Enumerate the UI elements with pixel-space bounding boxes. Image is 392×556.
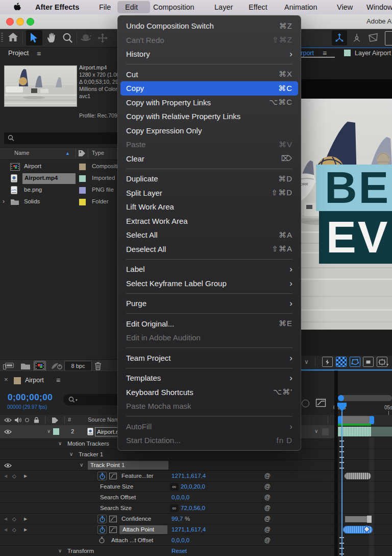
stopwatch-icon[interactable]	[97, 525, 107, 534]
collapse-chevron-icon[interactable]: ∨	[80, 460, 83, 470]
eye-icon[interactable]	[4, 463, 12, 468]
menu-item-team-project[interactable]: Team Project›	[120, 351, 298, 365]
property-row-confidence[interactable]: ◀ ◇ ▶ Confidence 99,7 % @	[0, 514, 392, 524]
file-name[interactable]: be.png	[24, 187, 42, 193]
apple-logo-icon[interactable]	[14, 3, 21, 12]
menu-item-split-layer[interactable]: Split Layer⇧⌘D	[120, 186, 298, 200]
property-label[interactable]: Attach Point	[122, 524, 154, 535]
new-composition-icon[interactable]	[34, 361, 46, 371]
group-label[interactable]: Track Point 1	[90, 460, 125, 470]
label-color-swatch[interactable]	[79, 187, 86, 194]
menubar-animation[interactable]: Animation	[284, 0, 317, 14]
menubar-file[interactable]: File	[99, 0, 111, 14]
next-keyframe-icon[interactable]: ▶	[24, 524, 27, 535]
zoom-tool-icon[interactable]	[62, 32, 74, 44]
layer-eye-icon[interactable]	[4, 429, 12, 434]
collapse-chevron-icon[interactable]: ∨	[69, 449, 73, 459]
property-value[interactable]: 99,7	[172, 514, 183, 524]
prev-keyframe-icon[interactable]: ◀	[4, 471, 7, 481]
fast-previews-icon[interactable]	[322, 357, 333, 367]
title-overlay-line1[interactable]: BE	[316, 165, 392, 211]
label-column-tag-icon[interactable]	[78, 150, 86, 157]
menu-item-purge[interactable]: Purge›	[120, 296, 298, 311]
work-area-end-handle[interactable]	[370, 416, 374, 424]
layer-expand-chevron-icon[interactable]: ∨	[47, 428, 51, 434]
property-value[interactable]: 0,0,0,0	[172, 535, 189, 545]
pan-camera-tool-icon[interactable]	[96, 32, 109, 44]
file-row-airport-comp[interactable]: Airport Composition	[0, 161, 122, 173]
graph-editor-icon[interactable]	[315, 398, 326, 408]
menu-item-copy-expression-only[interactable]: Copy Expression Only	[120, 124, 298, 138]
pick-whip-icon[interactable]: @	[264, 492, 271, 503]
timeline-tab[interactable]: Airport	[25, 377, 44, 384]
menu-item-templates[interactable]: Templates›	[120, 371, 298, 385]
toolbar-drag-handle[interactable]	[1, 33, 3, 43]
lock-icon[interactable]	[34, 417, 39, 423]
stopwatch-icon[interactable]	[97, 472, 107, 480]
project-flowchart-icon[interactable]	[3, 362, 14, 370]
add-keyframe-icon[interactable]: ◇	[12, 514, 16, 524]
group-row-transform[interactable]: ∨ Transform Reset	[0, 546, 392, 556]
project-search-input[interactable]	[4, 132, 118, 144]
menubar-app-name[interactable]: After Effects	[35, 0, 79, 14]
pick-whip-icon[interactable]: @	[264, 524, 271, 535]
property-row-search-offset[interactable]: Search Offset 0,0,0,0 @	[0, 492, 392, 503]
sort-ascending-icon[interactable]: ▲	[65, 151, 70, 156]
viewer-options-chevron-icon[interactable]: ∨	[304, 358, 309, 365]
next-keyframe-icon[interactable]: ▶	[24, 471, 27, 481]
property-label[interactable]: Search Size	[100, 503, 132, 513]
search-options-caret-icon[interactable]: ▾	[76, 398, 78, 402]
new-folder-icon[interactable]	[20, 362, 31, 370]
timeline-search-input[interactable]: ▾	[63, 394, 121, 405]
collapse-chevron-icon[interactable]: ∨	[58, 546, 62, 556]
audio-speaker-icon[interactable]	[14, 417, 21, 423]
label-color-swatch[interactable]	[79, 199, 86, 205]
stopwatch-icon[interactable]	[97, 515, 107, 523]
property-value[interactable]: 1271,1,617,4	[172, 524, 206, 535]
parent-link-chevron-icon[interactable]: ∨	[314, 428, 318, 434]
property-label[interactable]: Feature Size	[100, 481, 133, 492]
graph-icon[interactable]	[109, 516, 117, 522]
project-tab[interactable]: Project	[8, 49, 29, 57]
file-name[interactable]: Solids	[24, 198, 40, 204]
world-axis-mode-button[interactable]	[349, 30, 364, 45]
menu-item-cut[interactable]: Cut⌘X	[120, 67, 298, 82]
menu-item-clear[interactable]: Clear⌦	[120, 152, 298, 166]
menu-item-copy-with-relative-property-links[interactable]: Copy with Relative Property Links	[120, 109, 298, 124]
pick-whip-icon[interactable]: @	[264, 514, 271, 524]
add-keyframe-icon[interactable]: ◇	[12, 471, 16, 481]
view-axis-mode-button[interactable]	[365, 30, 381, 45]
expand-arrow-icon[interactable]: ›	[3, 198, 5, 205]
menu-item-deselect-all[interactable]: Deselect All⇧⌘A	[120, 242, 298, 257]
group-row-track-point-1[interactable]: ∨ Track Point 1	[0, 460, 392, 471]
group-row-tracker-1[interactable]: ∨ Tracker 1	[0, 449, 392, 460]
graph-icon[interactable]	[109, 473, 117, 479]
menu-item-select-keyframe-label-group[interactable]: Select Keyframe Label Group›	[120, 276, 298, 291]
group-label[interactable]: Motion Trackers	[67, 438, 109, 449]
playhead-line[interactable]	[341, 403, 342, 556]
layer-duration-bar[interactable]	[338, 427, 371, 436]
viewer-tab-menu-icon[interactable]: ≡	[323, 49, 327, 57]
menubar-view[interactable]: View	[337, 0, 353, 14]
menu-item-edit-original[interactable]: Edit Original...⌘E	[120, 317, 298, 331]
property-row-attach-point[interactable]: ◀ ◇ ▶ Attach Point 1271,1,617,4 @	[0, 524, 392, 535]
keyframe-summary-bar[interactable]	[345, 473, 371, 479]
pick-whip-icon[interactable]: @	[264, 471, 271, 481]
menu-item-select-all[interactable]: Select All⌘A	[120, 228, 298, 242]
layer-label-swatch[interactable]	[53, 428, 59, 435]
video-eye-icon[interactable]	[4, 418, 12, 423]
grid-guides-icon[interactable]	[377, 357, 387, 367]
transparency-grid-icon[interactable]	[336, 357, 347, 367]
property-value[interactable]: 0,0,0,0	[172, 492, 189, 502]
constrain-link-icon[interactable]: ∞	[170, 504, 179, 512]
pick-whip-icon[interactable]: @	[264, 481, 271, 492]
menubar-effect[interactable]: Effect	[249, 0, 267, 14]
solo-icon[interactable]	[25, 418, 29, 422]
menu-item-keyboard-shortcuts[interactable]: Keyboard Shortcuts⌥⌘'	[120, 385, 298, 400]
property-row-feature-center[interactable]: ◀ ◇ ▶ Feature...ter 1271,1,617,4 @	[0, 471, 392, 481]
trash-icon[interactable]	[94, 361, 102, 370]
property-row-attach-point-offset[interactable]: Attach ...t Offset 0,0,0,0 @	[0, 535, 392, 546]
label-column-tag-icon[interactable]	[52, 417, 59, 424]
region-of-interest-icon[interactable]	[363, 357, 374, 367]
prev-keyframe-icon[interactable]: ◀	[4, 514, 7, 524]
